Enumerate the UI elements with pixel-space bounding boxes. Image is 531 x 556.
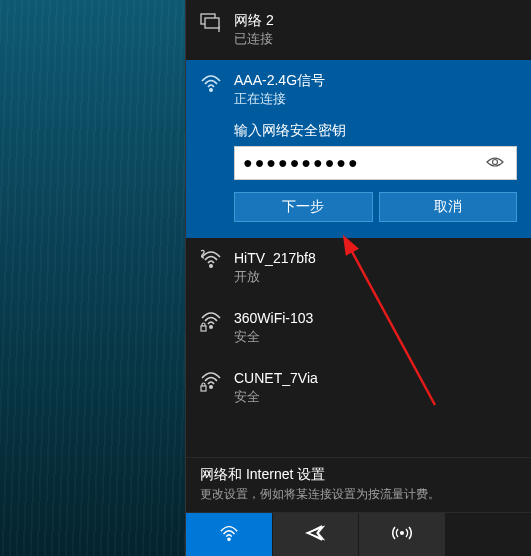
connecting-network-status: 正在连接	[234, 90, 517, 108]
network-status: 安全	[234, 328, 517, 346]
desktop-background	[0, 0, 185, 556]
connected-network-status: 已连接	[234, 30, 517, 48]
wifi-icon	[200, 72, 222, 94]
svg-point-3	[493, 159, 498, 164]
password-input-wrapper: ●●●●●●●●●●	[234, 146, 517, 180]
next-button[interactable]: 下一步	[234, 192, 373, 222]
network-status: 开放	[234, 268, 517, 286]
connected-network-name: 网络 2	[234, 10, 517, 30]
ethernet-icon	[200, 12, 222, 34]
network-name: CUNET_7Via	[234, 368, 517, 388]
svg-point-2	[210, 89, 212, 91]
network-status: 安全	[234, 388, 517, 406]
hotspot-tab[interactable]	[359, 513, 445, 556]
wifi-secure-icon	[200, 370, 222, 392]
wifi-open-icon	[200, 250, 222, 272]
wifi-tab[interactable]	[186, 513, 272, 556]
settings-title: 网络和 Internet 设置	[200, 466, 517, 484]
svg-rect-1	[205, 18, 219, 28]
svg-point-7	[210, 386, 212, 388]
wifi-secure-icon	[200, 310, 222, 332]
show-password-icon[interactable]	[482, 155, 508, 172]
connecting-network-header[interactable]: AAA-2.4G信号 正在连接	[200, 70, 517, 108]
svg-rect-8	[201, 386, 206, 391]
connecting-network-name: AAA-2.4G信号	[234, 70, 517, 90]
network-name: 360WiFi-103	[234, 308, 517, 328]
settings-subtitle: 更改设置，例如将某连接设置为按流量计费。	[200, 486, 517, 502]
next-button-label: 下一步	[282, 198, 324, 216]
wifi-icon	[219, 523, 239, 546]
bottom-tab-bar	[186, 512, 531, 556]
svg-point-10	[400, 532, 403, 535]
network-flyout: 网络 2 已连接 AAA-2.4G信号 正在连接 输入网络安全密钥 ●●●	[185, 0, 531, 556]
network-item[interactable]: CUNET_7Via 安全	[186, 358, 531, 418]
connecting-network-panel: AAA-2.4G信号 正在连接 输入网络安全密钥 ●●●●●●●●●● 下一步	[186, 60, 531, 238]
network-item[interactable]: 360WiFi-103 安全	[186, 298, 531, 358]
network-item[interactable]: HiTV_217bf8 开放	[186, 238, 531, 298]
airplane-icon	[305, 523, 325, 546]
svg-point-4	[210, 265, 212, 267]
svg-rect-6	[201, 326, 206, 331]
connected-network-item[interactable]: 网络 2 已连接	[186, 0, 531, 60]
cancel-button[interactable]: 取消	[379, 192, 518, 222]
svg-point-5	[210, 326, 212, 328]
network-settings-link[interactable]: 网络和 Internet 设置 更改设置，例如将某连接设置为按流量计费。	[186, 457, 531, 512]
cancel-button-label: 取消	[434, 198, 462, 216]
svg-point-9	[228, 538, 230, 540]
bottom-spacer	[446, 513, 532, 556]
airplane-mode-tab[interactable]	[273, 513, 359, 556]
password-label: 输入网络安全密钥	[234, 122, 517, 140]
network-name: HiTV_217bf8	[234, 248, 517, 268]
password-input[interactable]: ●●●●●●●●●●	[243, 154, 482, 172]
hotspot-icon	[392, 523, 412, 546]
